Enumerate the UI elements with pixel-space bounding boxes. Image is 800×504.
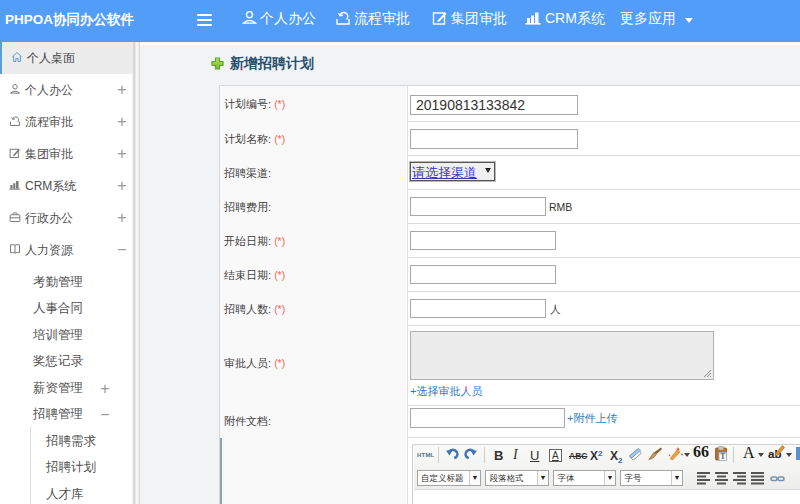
svg-text:T: T — [720, 452, 725, 461]
